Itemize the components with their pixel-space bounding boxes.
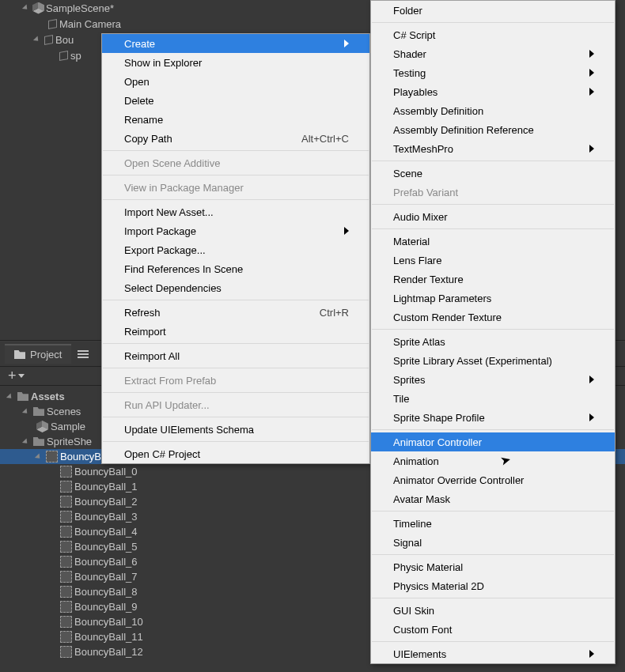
menu-item[interactable]: Import New Asset...	[102, 202, 369, 221]
hierarchy-item-label: sp	[70, 50, 81, 62]
menu-item-label: Timeline	[393, 518, 432, 530]
tree-label: BouncyBall_6	[74, 556, 138, 568]
menu-item[interactable]: Avatar Mask	[371, 489, 615, 508]
dropdown-arrow-icon[interactable]	[18, 374, 25, 378]
menu-item-label: Prefab Variant	[393, 187, 458, 198]
menu-item[interactable]: Animation	[371, 451, 615, 470]
disclosure-icon[interactable]	[33, 36, 40, 43]
menu-item-label: Tile	[393, 393, 409, 405]
menu-item-label: Copy Path	[124, 133, 172, 145]
menu-item-label: Import New Asset...	[124, 206, 214, 218]
menu-item[interactable]: Import Package	[102, 221, 369, 240]
menu-item[interactable]: Open C# Project	[102, 444, 369, 463]
context-menu-asset[interactable]: CreateShow in ExplorerOpenDeleteRenameCo…	[101, 33, 370, 464]
menu-item[interactable]: Animator Controller	[371, 432, 615, 451]
menu-item[interactable]: Signal	[371, 533, 615, 552]
add-icon[interactable]: +	[8, 368, 17, 384]
disclosure-icon[interactable]	[22, 408, 29, 415]
tree-label: BouncyBall_10	[74, 616, 143, 628]
menu-item-label: Custom Font	[393, 624, 452, 636]
menu-item-label: Reimport All	[124, 350, 180, 362]
menu-item[interactable]: Sprite Atlas	[371, 332, 615, 351]
menu-item[interactable]: Playables	[371, 82, 615, 101]
menu-item[interactable]: Lightmap Parameters	[371, 289, 615, 308]
menu-item-label: Delete	[124, 95, 154, 107]
menu-item: Open Scene Additive	[102, 153, 369, 172]
menu-item[interactable]: Sprites	[371, 370, 615, 389]
menu-item[interactable]: Physics Material 2D	[371, 576, 615, 595]
menu-item[interactable]: Sprite Shape Profile	[371, 408, 615, 427]
disclosure-icon[interactable]	[22, 4, 29, 11]
menu-item[interactable]: Rename	[102, 110, 369, 129]
menu-item-label: Material	[393, 236, 430, 247]
menu-separator	[103, 441, 369, 442]
menu-item-label: Run API Updater...	[124, 399, 210, 411]
sprite-icon	[60, 496, 72, 508]
submenu-arrow-icon	[344, 227, 349, 235]
menu-item-label: Sprite Library Asset (Experimental)	[393, 355, 552, 367]
menu-item[interactable]: Audio Mixer	[371, 207, 615, 226]
tree-label: BouncyBall_5	[74, 541, 138, 553]
project-tab[interactable]: Project	[5, 344, 71, 364]
menu-item[interactable]: Folder	[371, 1, 615, 20]
menu-item[interactable]: Reimport All	[102, 346, 369, 365]
menu-item-label: Sprites	[393, 374, 425, 386]
menu-item: View in Package Manager	[102, 178, 369, 197]
menu-item[interactable]: Delete	[102, 91, 369, 110]
menu-item[interactable]: C# Script	[371, 25, 615, 44]
menu-item[interactable]: Sprite Library Asset (Experimental)	[371, 351, 615, 370]
menu-item[interactable]: Physic Material	[371, 557, 615, 576]
menu-item[interactable]: TextMeshPro	[371, 139, 615, 158]
hierarchy-item-label: Main Camera	[59, 18, 121, 30]
list-view-icon[interactable]	[78, 350, 89, 358]
menu-item[interactable]: Find References In Scene	[102, 259, 369, 278]
menu-item: Prefab Variant	[371, 183, 615, 202]
menu-item[interactable]: Lens Flare	[371, 251, 615, 270]
menu-item-label: Avatar Mask	[393, 493, 450, 505]
disclosure-icon[interactable]	[22, 438, 29, 445]
tree-label: Scenes	[47, 406, 81, 417]
tree-label: BouncyBall_11	[74, 631, 143, 643]
menu-item-label: Import Package	[124, 225, 196, 237]
menu-item[interactable]: Timeline	[371, 514, 615, 533]
menu-item[interactable]: Material	[371, 232, 615, 251]
menu-item[interactable]: GUI Skin	[371, 601, 615, 620]
menu-separator	[372, 160, 614, 161]
submenu-arrow-icon	[589, 69, 594, 77]
submenu-arrow-icon	[589, 650, 594, 658]
menu-item[interactable]: Update UIElements Schema	[102, 420, 369, 439]
disclosure-icon[interactable]	[35, 453, 42, 460]
menu-item[interactable]: RefreshCtrl+R	[102, 303, 369, 322]
menu-item[interactable]: Animator Override Controller	[371, 470, 615, 489]
menu-item[interactable]: Reimport	[102, 322, 369, 341]
menu-item[interactable]: Shader	[371, 44, 615, 63]
menu-item[interactable]: Custom Render Texture	[371, 308, 615, 327]
sprite-icon	[60, 556, 72, 568]
menu-item[interactable]: Custom Font	[371, 620, 615, 639]
menu-item[interactable]: Assembly Definition Reference	[371, 120, 615, 139]
tree-label: Assets	[31, 391, 65, 402]
menu-item[interactable]: UIElements	[371, 644, 615, 663]
menu-item[interactable]: Export Package...	[102, 240, 369, 259]
menu-item-label: Folder	[393, 5, 422, 17]
menu-item-label: View in Package Manager	[124, 182, 244, 194]
menu-separator	[103, 343, 369, 344]
menu-item[interactable]: Create	[102, 34, 369, 53]
disclosure-icon[interactable]	[6, 393, 13, 400]
tree-label: SpriteShe	[47, 436, 92, 447]
menu-item-label: Animation	[393, 455, 439, 467]
menu-item[interactable]: Copy PathAlt+Ctrl+C	[102, 129, 369, 148]
menu-item[interactable]: Show in Explorer	[102, 53, 369, 72]
menu-item[interactable]: Select Dependencies	[102, 278, 369, 297]
menu-item[interactable]: Open	[102, 72, 369, 91]
menu-separator	[372, 641, 614, 642]
menu-item[interactable]: Tile	[371, 389, 615, 408]
menu-item[interactable]: Testing	[371, 63, 615, 82]
menu-item[interactable]: Assembly Definition	[371, 101, 615, 120]
menu-item[interactable]: Scene	[371, 164, 615, 183]
unity-scene-icon	[36, 421, 48, 432]
tab-label: Project	[30, 349, 62, 361]
menu-separator	[372, 204, 614, 205]
menu-item[interactable]: Render Texture	[371, 270, 615, 289]
context-menu-create[interactable]: FolderC# ScriptShaderTestingPlayablesAss…	[370, 0, 616, 664]
